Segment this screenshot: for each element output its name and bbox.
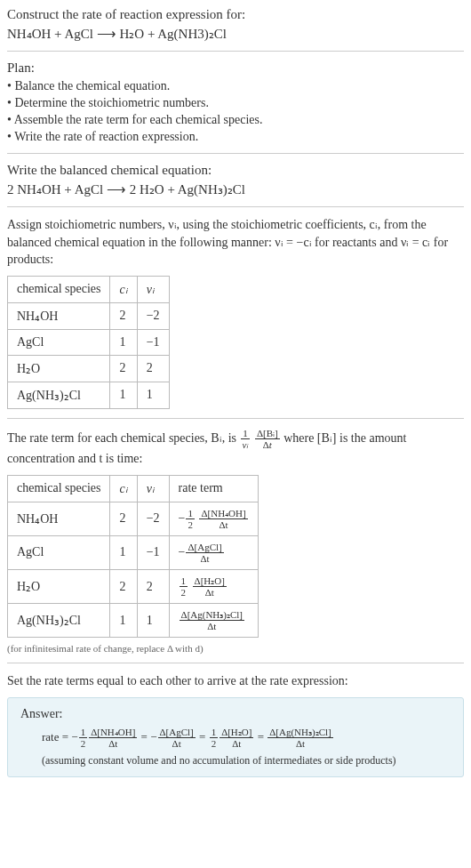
prompt-title: Construct the rate of reaction expressio… [7, 7, 464, 22]
table-header: rate term [169, 475, 258, 502]
c-cell: 2 [110, 569, 137, 603]
species-cell: AgCl [8, 535, 110, 569]
species-cell: NH₄OH [8, 302, 110, 329]
table-row: NH₄OH 2 −2 [8, 302, 170, 329]
table-row: Ag(NH₃)₂Cl 1 1 Δ[Ag(NH₃)₂Cl]Δt [8, 604, 259, 638]
table-header: cᵢ [110, 475, 137, 502]
answer-label: Answer: [20, 707, 451, 721]
table-header-row: chemical species cᵢ νᵢ [8, 276, 170, 302]
balanced-equation: 2 NH₄OH + AgCl ⟶ 2 H₂O + Ag(NH₃)₂Cl [7, 181, 464, 197]
rate-cell: −Δ[AgCl]Δt [169, 535, 258, 569]
v-cell: 2 [137, 355, 169, 382]
species-cell: NH₄OH [8, 502, 110, 535]
prompt-equation: NH₄OH + AgCl ⟶ H₂O + Ag(NH3)₂Cl [7, 26, 464, 42]
species-cell: AgCl [8, 329, 110, 355]
table-header: νᵢ [137, 475, 169, 502]
rate-cell: Δ[Ag(NH₃)₂Cl]Δt [169, 604, 258, 638]
answer-note: (assuming constant volume and no accumul… [20, 754, 451, 768]
rate-cell: −12 Δ[NH₄OH]Δt [169, 502, 258, 535]
rate-cell: 12 Δ[H₂O]Δt [169, 569, 258, 603]
table-header: chemical species [8, 475, 110, 502]
table-row: AgCl 1 −1 [8, 329, 170, 355]
c-cell: 2 [110, 502, 137, 535]
divider [7, 206, 464, 207]
table-header: cᵢ [110, 276, 137, 302]
table-row: H₂O 2 2 12 Δ[H₂O]Δt [8, 569, 259, 603]
answer-formula: rate = −12Δ[NH₄OH]Δt = −Δ[AgCl]Δt = 12Δ[… [20, 727, 451, 749]
plan-list: Balance the chemical equation. Determine… [7, 79, 464, 144]
stoich-table: chemical species cᵢ νᵢ NH₄OH 2 −2 AgCl 1… [7, 276, 170, 409]
prompt-section: Construct the rate of reaction expressio… [7, 7, 464, 42]
rateterm-text: The rate term for each chemical species,… [7, 428, 464, 468]
rateterm-table: chemical species cᵢ νᵢ rate term NH₄OH 2… [7, 475, 259, 639]
table-row: AgCl 1 −1 −Δ[AgCl]Δt [8, 535, 259, 569]
c-cell: 1 [110, 604, 137, 638]
plan-item: Write the rate of reaction expression. [7, 130, 464, 144]
table-row: H₂O 2 2 [8, 355, 170, 382]
divider [7, 153, 464, 154]
plan-title: Plan: [7, 60, 464, 76]
table-header-row: chemical species cᵢ νᵢ rate term [8, 475, 259, 502]
species-cell: H₂O [8, 569, 110, 603]
inline-frac: 1νᵢ [241, 428, 251, 450]
final-section: Set the rate terms equal to each other t… [7, 672, 464, 777]
v-cell: −1 [137, 535, 169, 569]
plan-item: Balance the chemical equation. [7, 79, 464, 93]
plan-item: Determine the stoichiometric numbers. [7, 96, 464, 110]
rateterm-note: (for infinitesimal rate of change, repla… [7, 643, 464, 654]
species-cell: H₂O [8, 355, 110, 382]
c-cell: 1 [110, 535, 137, 569]
final-title: Set the rate terms equal to each other t… [7, 672, 464, 690]
v-cell: 1 [137, 604, 169, 638]
v-cell: −2 [137, 302, 169, 329]
balanced-title: Write the balanced chemical equation: [7, 163, 464, 178]
table-header: chemical species [8, 276, 110, 302]
species-cell: Ag(NH₃)₂Cl [8, 604, 110, 638]
table-row: Ag(NH₃)₂Cl 1 1 [8, 382, 170, 408]
species-cell: Ag(NH₃)₂Cl [8, 382, 110, 408]
c-cell: 2 [110, 355, 137, 382]
stoich-section: Assign stoichiometric numbers, νᵢ, using… [7, 216, 464, 409]
table-row: NH₄OH 2 −2 −12 Δ[NH₄OH]Δt [8, 502, 259, 535]
v-cell: 2 [137, 569, 169, 603]
table-header: νᵢ [137, 276, 169, 302]
rateterm-section: The rate term for each chemical species,… [7, 428, 464, 655]
plan-section: Plan: Balance the chemical equation. Det… [7, 60, 464, 144]
v-cell: 1 [137, 382, 169, 408]
divider [7, 663, 464, 663]
v-cell: −2 [137, 502, 169, 535]
c-cell: 1 [110, 382, 137, 408]
balanced-section: Write the balanced chemical equation: 2 … [7, 163, 464, 197]
divider [7, 51, 464, 52]
stoich-text: Assign stoichiometric numbers, νᵢ, using… [7, 216, 464, 269]
divider [7, 418, 464, 419]
c-cell: 2 [110, 302, 137, 329]
c-cell: 1 [110, 329, 137, 355]
v-cell: −1 [137, 329, 169, 355]
answer-box: Answer: rate = −12Δ[NH₄OH]Δt = −Δ[AgCl]Δ… [7, 697, 464, 777]
plan-item: Assemble the rate term for each chemical… [7, 113, 464, 127]
inline-frac: Δ[Bᵢ]Δt [255, 428, 280, 450]
